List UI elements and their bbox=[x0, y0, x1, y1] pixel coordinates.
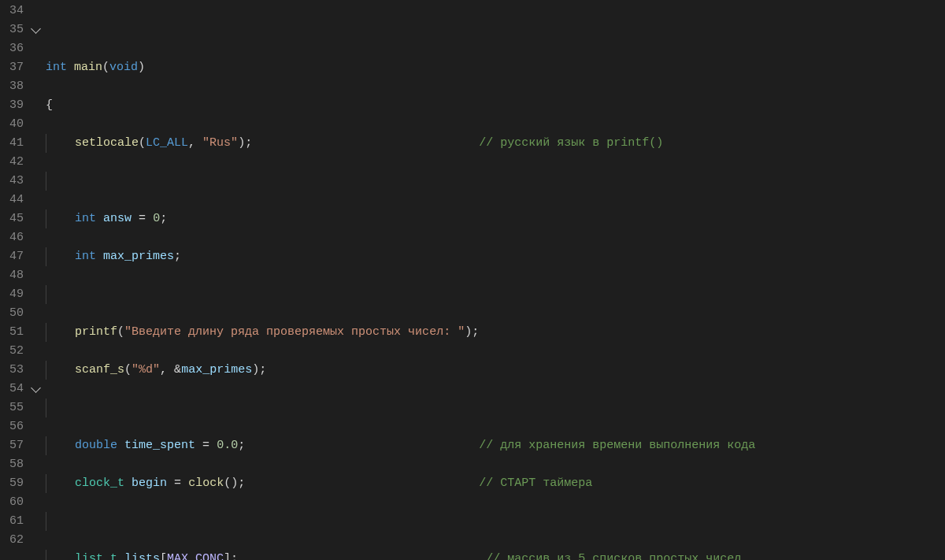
code-line[interactable] bbox=[46, 20, 945, 39]
line-number: 59 bbox=[0, 474, 24, 493]
line-number: 40 bbox=[0, 115, 24, 134]
line-number: 37 bbox=[0, 58, 24, 77]
line-number: 60 bbox=[0, 493, 24, 512]
fold-gutter bbox=[30, 0, 41, 560]
code-area[interactable]: int main(void) { setlocale(LC_ALL, "Rus"… bbox=[41, 0, 945, 560]
code-line[interactable]: clock_t begin = clock(); // СТАРТ таймер… bbox=[46, 474, 945, 493]
line-number: 43 bbox=[0, 172, 24, 191]
fold-toggle[interactable] bbox=[30, 20, 41, 39]
line-number: 51 bbox=[0, 323, 24, 342]
line-number: 47 bbox=[0, 247, 24, 266]
line-number: 45 bbox=[0, 210, 24, 228]
code-line[interactable] bbox=[46, 512, 945, 531]
code-line[interactable]: printf("Введите длину ряда проверяемых п… bbox=[46, 323, 945, 342]
line-number: 46 bbox=[0, 228, 24, 247]
code-line[interactable]: int answ = 0; bbox=[46, 210, 945, 228]
code-editor[interactable]: 34 35 36 37 38 39 40 41 42 43 44 45 46 4… bbox=[0, 0, 945, 560]
code-line[interactable]: int main(void) bbox=[46, 58, 945, 77]
chevron-down-icon bbox=[31, 24, 41, 34]
line-number: 58 bbox=[0, 455, 24, 474]
line-number: 56 bbox=[0, 417, 24, 436]
line-number: 54 bbox=[0, 380, 24, 399]
code-line[interactable]: { bbox=[46, 96, 945, 115]
line-number: 61 bbox=[0, 512, 24, 531]
line-number: 48 bbox=[0, 266, 24, 285]
line-number: 39 bbox=[0, 96, 24, 115]
code-line[interactable]: int max_primes; bbox=[46, 247, 945, 266]
line-number: 34 bbox=[0, 2, 24, 20]
code-line[interactable]: double time_spent = 0.0; // для хранения… bbox=[46, 436, 945, 455]
fold-toggle[interactable] bbox=[30, 380, 41, 399]
code-line[interactable] bbox=[46, 285, 945, 304]
code-line[interactable] bbox=[46, 399, 945, 417]
line-number: 57 bbox=[0, 436, 24, 455]
code-line[interactable]: scanf_s("%d", &max_primes); bbox=[46, 361, 945, 380]
code-line[interactable]: setlocale(LC_ALL, "Rus"); // русский язы… bbox=[46, 134, 945, 153]
chevron-down-icon bbox=[31, 383, 41, 393]
line-number: 41 bbox=[0, 134, 24, 153]
line-number: 44 bbox=[0, 191, 24, 210]
line-number: 52 bbox=[0, 342, 24, 361]
code-line[interactable]: list_t lists[MAX_CONC]; // массив из 5 с… bbox=[46, 550, 945, 560]
line-number: 49 bbox=[0, 285, 24, 304]
line-number: 53 bbox=[0, 361, 24, 380]
line-number-gutter: 34 35 36 37 38 39 40 41 42 43 44 45 46 4… bbox=[0, 0, 30, 560]
code-line[interactable] bbox=[46, 172, 945, 191]
line-number: 36 bbox=[0, 39, 24, 58]
line-number: 35 bbox=[0, 20, 24, 39]
line-number: 38 bbox=[0, 77, 24, 96]
line-number: 55 bbox=[0, 399, 24, 417]
line-number: 62 bbox=[0, 531, 24, 550]
line-number: 42 bbox=[0, 153, 24, 172]
line-number: 50 bbox=[0, 304, 24, 323]
